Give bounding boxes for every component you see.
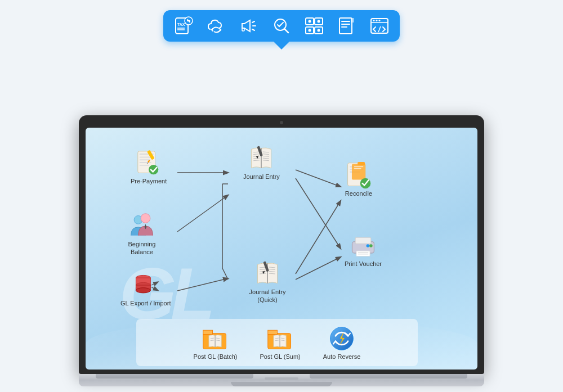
node-print-voucher[interactable]: Print Voucher: [345, 232, 382, 268]
node-gl-export-label: GL Export / Import: [120, 299, 171, 307]
svg-rect-45: [140, 159, 150, 160]
laptop: GL: [79, 115, 484, 386]
svg-rect-47: [140, 165, 149, 166]
svg-rect-21: [339, 18, 352, 34]
node-print-voucher-label: Print Voucher: [345, 260, 382, 268]
svg-line-35: [296, 170, 341, 187]
svg-point-18: [318, 20, 320, 23]
node-journal-entry-label: Journal Entry: [243, 173, 280, 181]
node-post-sum-label: Post GL (Sum): [260, 353, 300, 361]
diagram: Pre-Payment: [102, 139, 466, 364]
svg-point-30: [379, 20, 381, 21]
node-post-batch[interactable]: Post GL (Batch): [194, 325, 238, 361]
node-prepayment[interactable]: Pre-Payment: [131, 149, 167, 185]
svg-point-48: [149, 165, 158, 174]
svg-line-9: [252, 29, 254, 30]
node-reconcile-label: Reconcile: [345, 190, 372, 197]
svg-line-38: [296, 257, 341, 280]
svg-line-34: [177, 278, 228, 291]
svg-rect-75: [354, 168, 361, 169]
svg-line-12: [284, 29, 288, 33]
node-prepayment-label: Pre-Payment: [131, 177, 167, 185]
megaphone-icon[interactable]: [239, 16, 259, 36]
node-beginning-balance[interactable]: BeginningBalance: [128, 212, 156, 256]
laptop-foot-right: [310, 374, 467, 379]
node-journal-quick-label: Journal Entry (Quick): [242, 288, 293, 304]
svg-rect-79: [356, 251, 370, 256]
laptop-foot-left: [96, 374, 253, 379]
node-reconcile[interactable]: Reconcile: [345, 161, 373, 197]
svg-rect-110: [267, 330, 277, 334]
svg-line-7: [252, 21, 254, 22]
svg-point-88: [136, 288, 150, 293]
svg-rect-78: [355, 237, 371, 244]
svg-point-66: [141, 214, 150, 223]
svg-point-19: [309, 29, 311, 32]
search-check-icon[interactable]: [271, 16, 292, 36]
svg-point-82: [369, 244, 373, 247]
cloud-sync-icon[interactable]: [206, 16, 226, 36]
node-auto-reverse[interactable]: Auto Reverse: [323, 325, 361, 361]
node-journal-quick[interactable]: Journal Entry (Quick): [242, 260, 293, 304]
svg-point-83: [367, 244, 370, 247]
svg-point-17: [309, 20, 311, 23]
svg-rect-103: [203, 330, 212, 334]
tax-icon[interactable]: TAX: [173, 16, 194, 36]
svg-point-29: [376, 20, 378, 21]
reports-icon[interactable]: [337, 16, 357, 36]
svg-rect-25: [351, 18, 354, 22]
svg-line-33: [177, 195, 228, 232]
laptop-screen: GL: [86, 128, 477, 370]
laptop-feet: [79, 374, 484, 379]
svg-line-89: [151, 282, 158, 285]
svg-text:TAX: TAX: [177, 22, 185, 26]
settings-icon[interactable]: [304, 16, 324, 36]
node-post-sum[interactable]: Post GL (Sum): [260, 325, 300, 361]
code-icon[interactable]: [369, 16, 390, 36]
toolbar: TAX: [163, 10, 400, 42]
svg-line-90: [151, 287, 158, 291]
node-gl-export[interactable]: GL Export / Import: [120, 271, 171, 307]
svg-rect-74: [354, 166, 364, 167]
laptop-camera: [280, 121, 283, 124]
node-journal-entry[interactable]: Journal Entry: [243, 145, 280, 181]
svg-rect-10: [242, 28, 244, 31]
laptop-base: [79, 374, 484, 386]
svg-line-41: [222, 268, 228, 280]
svg-point-28: [373, 20, 375, 21]
laptop-screen-frame: GL: [79, 115, 484, 374]
svg-rect-46: [140, 162, 151, 163]
node-beginning-balance-label: BeginningBalance: [128, 240, 156, 256]
node-post-batch-label: Post GL (Batch): [194, 353, 238, 361]
node-auto-reverse-label: Auto Reverse: [323, 353, 361, 361]
svg-point-20: [318, 29, 320, 32]
svg-line-31: [378, 26, 381, 32]
